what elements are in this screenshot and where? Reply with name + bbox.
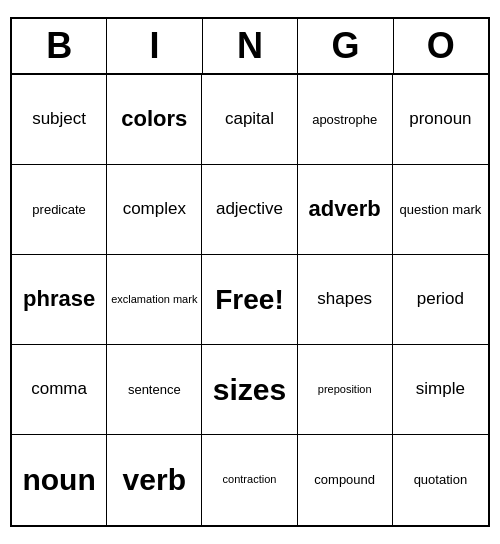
bingo-cell: preposition (298, 345, 393, 435)
cell-text: phrase (23, 286, 95, 312)
bingo-cell: question mark (393, 165, 488, 255)
bingo-cell: capital (202, 75, 297, 165)
bingo-grid: subjectcolorscapitalapostrophepronounpre… (12, 75, 488, 525)
cell-text: contraction (223, 473, 277, 486)
bingo-cell: comma (12, 345, 107, 435)
bingo-cell: sentence (107, 345, 202, 435)
bingo-card: BINGO subjectcolorscapitalapostrophepron… (10, 17, 490, 527)
bingo-cell: shapes (298, 255, 393, 345)
cell-text: adjective (216, 199, 283, 219)
bingo-cell: phrase (12, 255, 107, 345)
cell-text: comma (31, 379, 87, 399)
bingo-cell: simple (393, 345, 488, 435)
cell-text: sentence (128, 382, 181, 398)
bingo-cell: sizes (202, 345, 297, 435)
cell-text: adverb (309, 196, 381, 222)
cell-text: question mark (400, 202, 482, 218)
bingo-cell: Free! (202, 255, 297, 345)
header-letter: B (12, 19, 107, 73)
cell-text: shapes (317, 289, 372, 309)
cell-text: apostrophe (312, 112, 377, 128)
cell-text: preposition (318, 383, 372, 396)
bingo-cell: apostrophe (298, 75, 393, 165)
bingo-cell: compound (298, 435, 393, 525)
header-letter: G (298, 19, 393, 73)
bingo-cell: exclamation mark (107, 255, 202, 345)
bingo-cell: adverb (298, 165, 393, 255)
header-letter: N (203, 19, 298, 73)
bingo-cell: period (393, 255, 488, 345)
cell-text: noun (22, 462, 95, 498)
cell-text: compound (314, 472, 375, 488)
bingo-cell: adjective (202, 165, 297, 255)
bingo-cell: verb (107, 435, 202, 525)
cell-text: complex (123, 199, 186, 219)
cell-text: simple (416, 379, 465, 399)
header-letter: O (394, 19, 488, 73)
bingo-cell: complex (107, 165, 202, 255)
cell-text: predicate (32, 202, 85, 218)
bingo-header: BINGO (12, 19, 488, 75)
bingo-cell: pronoun (393, 75, 488, 165)
cell-text: subject (32, 109, 86, 129)
cell-text: pronoun (409, 109, 471, 129)
cell-text: capital (225, 109, 274, 129)
bingo-cell: quotation (393, 435, 488, 525)
bingo-cell: contraction (202, 435, 297, 525)
cell-text: Free! (215, 284, 283, 316)
bingo-cell: subject (12, 75, 107, 165)
cell-text: quotation (414, 472, 468, 488)
bingo-cell: colors (107, 75, 202, 165)
bingo-cell: predicate (12, 165, 107, 255)
cell-text: verb (123, 462, 186, 498)
cell-text: period (417, 289, 464, 309)
cell-text: colors (121, 106, 187, 132)
bingo-cell: noun (12, 435, 107, 525)
header-letter: I (107, 19, 202, 73)
cell-text: sizes (213, 372, 286, 408)
cell-text: exclamation mark (111, 293, 197, 306)
